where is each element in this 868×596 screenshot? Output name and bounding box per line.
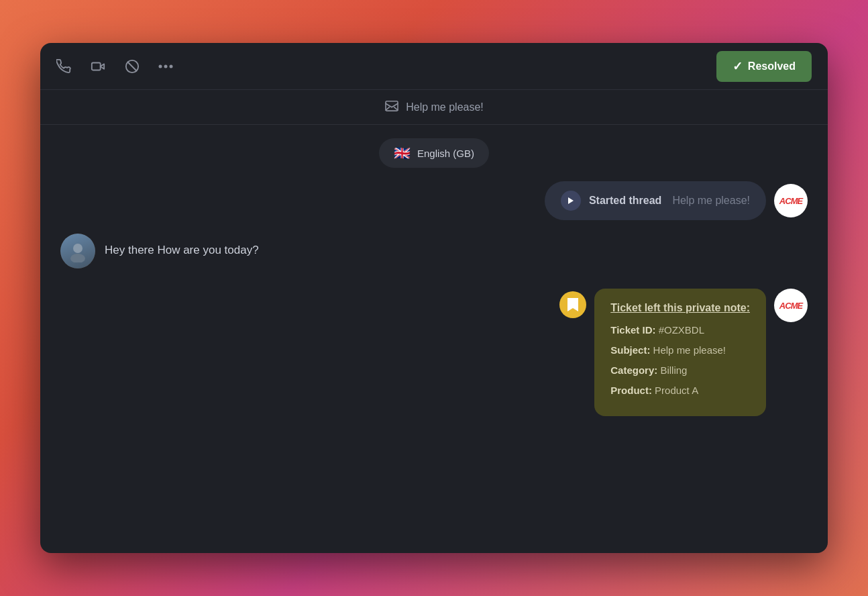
thread-row: Started thread Help me please! ACME: [60, 181, 808, 220]
thread-subject-preview: Help me please!: [672, 195, 750, 207]
acme-logo-note: ACME: [779, 301, 802, 311]
agent-avatar: [60, 234, 95, 268]
bookmark-icon: [559, 291, 586, 318]
category-field: Category: Billing: [610, 362, 750, 379]
language-pill: 🇬🇧 English (GB): [379, 138, 489, 168]
subject-value: Help me please!: [653, 344, 726, 356]
agent-message-row: Hey there How are you today?: [60, 234, 808, 268]
svg-point-3: [159, 64, 162, 68]
language-label: English (GB): [417, 148, 474, 159]
private-note-bubble: Ticket left this private note: Ticket ID…: [594, 289, 766, 416]
block-icon[interactable]: [125, 59, 140, 74]
acme-avatar-note: ACME: [774, 289, 808, 322]
svg-marker-7: [568, 197, 574, 204]
subject-bar: Help me please!: [40, 90, 828, 125]
email-icon: [384, 99, 399, 115]
product-field: Product: Product A: [610, 383, 750, 399]
toolbar: ✓ Resolved: [40, 43, 828, 90]
toolbar-icons: [56, 59, 716, 74]
more-options-icon[interactable]: [158, 64, 173, 68]
ticket-id-label: Ticket ID:: [610, 324, 655, 336]
subject-label: Subject:: [610, 344, 650, 356]
thread-bubble[interactable]: Started thread Help me please!: [545, 181, 766, 220]
flag-icon: 🇬🇧: [394, 145, 411, 161]
resolved-label: Resolved: [748, 60, 796, 72]
svg-point-5: [170, 64, 173, 68]
phone-icon[interactable]: [56, 59, 71, 74]
svg-line-2: [128, 62, 137, 70]
subject-field: Subject: Help me please!: [610, 342, 750, 358]
language-badge[interactable]: 🇬🇧 English (GB): [379, 138, 489, 168]
svg-point-9: [70, 254, 85, 262]
agent-message-text: Hey there How are you today?: [105, 234, 259, 259]
category-value: Billing: [660, 364, 687, 376]
thread-arrow-icon: [561, 191, 581, 211]
product-label: Product:: [610, 385, 652, 396]
video-icon[interactable]: [90, 59, 106, 74]
product-value: Product A: [655, 385, 698, 396]
acme-logo-thread: ACME: [779, 196, 802, 206]
svg-rect-0: [92, 62, 101, 70]
chat-window: ✓ Resolved Help me please! 🇬🇧 English (G…: [40, 43, 828, 553]
category-label: Category:: [610, 364, 657, 376]
agent-avatar-inner: [60, 234, 95, 268]
chat-area: 🇬🇧 English (GB) Started thread Help me p…: [40, 125, 828, 553]
ticket-id-value: #OZXBDL: [659, 324, 704, 336]
check-icon: ✓: [733, 59, 743, 74]
thread-started-label: Started thread: [589, 195, 661, 207]
svg-point-8: [73, 244, 83, 253]
ticket-id-field: Ticket ID: #OZXBDL: [610, 322, 750, 338]
private-note-content: Ticket left this private note: Ticket ID…: [559, 289, 766, 416]
subject-text: Help me please!: [406, 101, 484, 113]
svg-point-4: [164, 64, 168, 68]
resolved-button[interactable]: ✓ Resolved: [716, 51, 812, 82]
acme-avatar-thread: ACME: [774, 184, 808, 217]
private-note-title: Ticket left this private note:: [610, 302, 750, 314]
private-note-row: Ticket left this private note: Ticket ID…: [60, 289, 808, 416]
